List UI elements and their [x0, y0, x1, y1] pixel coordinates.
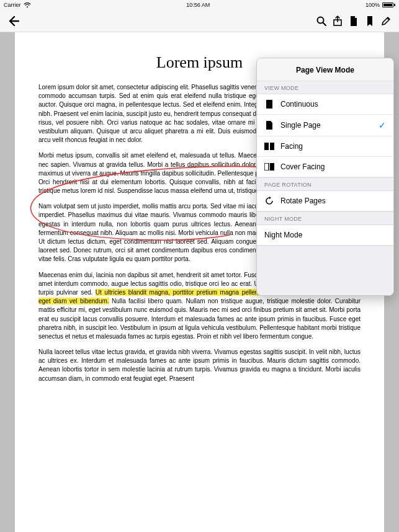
checkmark-icon: ✓ — [379, 120, 386, 130]
rotate-icon — [264, 197, 274, 205]
bookmark-icon[interactable] — [362, 13, 378, 29]
clock: 10:56 AM — [186, 2, 210, 8]
carrier-label: Carrier — [4, 2, 21, 8]
view-mode-cover-facing[interactable]: Cover Facing — [257, 157, 393, 177]
row-label: Night Mode — [264, 231, 302, 239]
rotate-pages[interactable]: Rotate Pages — [257, 191, 393, 211]
row-label: Cover Facing — [280, 162, 325, 171]
section-header-night: NIGHT MODE — [257, 211, 393, 225]
svg-rect-5 — [270, 143, 274, 150]
svg-rect-7 — [270, 163, 274, 171]
back-button[interactable] — [5, 13, 21, 29]
single-page-icon — [264, 121, 274, 130]
share-icon[interactable] — [330, 13, 346, 29]
svg-rect-4 — [264, 143, 269, 150]
row-label: Facing — [280, 142, 303, 151]
document-viewport[interactable]: Lorem ipsum Lorem ipsum dolor sit amet, … — [0, 32, 399, 532]
row-label: Continuous — [280, 100, 318, 109]
edit-icon[interactable] — [378, 13, 394, 29]
svg-line-1 — [323, 22, 326, 25]
facing-icon — [264, 143, 274, 150]
search-icon[interactable] — [313, 13, 330, 29]
page-view-icon[interactable] — [346, 13, 362, 29]
night-mode[interactable]: Night Mode — [257, 225, 393, 246]
toolbar — [0, 10, 399, 32]
continuous-icon — [264, 100, 274, 109]
section-header-rotation: PAGE ROTATION — [257, 177, 393, 191]
row-label: Single Page — [280, 121, 321, 130]
wifi-icon — [24, 2, 31, 8]
battery-icon — [382, 2, 395, 7]
view-mode-continuous[interactable]: Continuous — [257, 94, 393, 115]
battery-percent: 100% — [365, 2, 380, 8]
page-view-popover: Page View Mode VIEW MODE Continuous Sing… — [256, 58, 394, 296]
svg-rect-6 — [264, 163, 269, 171]
cover-facing-icon — [264, 163, 274, 171]
section-header-view-mode: VIEW MODE — [257, 81, 393, 94]
view-mode-single[interactable]: Single Page ✓ — [257, 115, 393, 136]
popover-title: Page View Mode — [257, 58, 393, 81]
paragraph: Nulla laoreet tellus vitae lectus gravid… — [38, 348, 361, 383]
view-mode-facing[interactable]: Facing — [257, 136, 393, 157]
svg-rect-3 — [266, 100, 272, 109]
status-bar: Carrier 10:56 AM 100% — [0, 0, 399, 10]
row-label: Rotate Pages — [280, 197, 326, 205]
